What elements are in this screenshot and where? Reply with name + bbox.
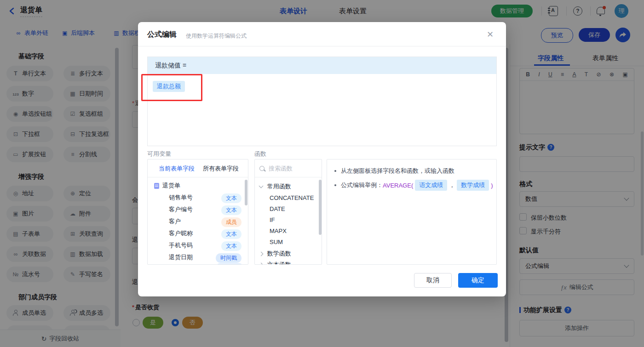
- cancel-button[interactable]: 取消: [414, 273, 452, 288]
- search-input[interactable]: [268, 165, 316, 172]
- function-group-text[interactable]: 文本函数: [259, 261, 291, 265]
- variables-scrollbar[interactable]: [245, 180, 247, 205]
- function-search: [255, 159, 322, 177]
- tree-root[interactable]: 退货单: [154, 181, 180, 191]
- chevron-collapsed-icon: [259, 252, 264, 256]
- bullet-icon: [334, 184, 336, 186]
- type-badge: 文本: [221, 193, 242, 203]
- functions-scrollbar[interactable]: [319, 180, 322, 235]
- type-badge: 文本: [221, 241, 242, 251]
- hint-line-2: 公式编辑举例： AVERAGE( 语文成绩 ， 数学成绩 ): [334, 180, 493, 191]
- close-icon[interactable]: ✕: [487, 30, 494, 39]
- variable-item[interactable]: 客户编号: [169, 205, 193, 215]
- confirm-button[interactable]: 确定: [458, 273, 498, 288]
- variable-item[interactable]: 手机号码: [169, 240, 193, 250]
- tab-current-form-fields[interactable]: 当前表单字段: [159, 165, 195, 173]
- example-field-tag: 数学成绩: [457, 180, 489, 191]
- type-badge: 文本: [221, 205, 242, 215]
- search-icon: [259, 166, 264, 171]
- modal-subtitle: 使用数学运算符编辑公式: [186, 32, 247, 40]
- formula-expression-box[interactable]: 退款储值 =: [147, 57, 497, 146]
- function-item[interactable]: SUM: [270, 239, 283, 245]
- example-field-tag: 语文成绩: [415, 180, 447, 191]
- variables-tabs: 当前表单字段 所有表单字段: [148, 159, 248, 177]
- variables-label: 可用变量: [147, 150, 171, 158]
- clipped-badge: [216, 263, 243, 265]
- type-badge: 时间戳: [216, 253, 242, 263]
- function-name-example: AVERAGE(: [383, 182, 413, 189]
- chevron-expanded-icon: [259, 184, 264, 188]
- variables-panel: 当前表单字段 所有表单字段 退货单 销售单号 文本 客户编号 文本 客户 成员 …: [147, 159, 248, 265]
- function-item[interactable]: CONCATENATE: [270, 194, 314, 201]
- variable-item[interactable]: 销售单号: [169, 193, 193, 203]
- bullet-icon: [334, 170, 336, 172]
- function-item[interactable]: IF: [270, 216, 275, 223]
- function-group-math[interactable]: 数学函数: [259, 250, 291, 258]
- formula-field-tag[interactable]: 退款总额: [153, 81, 185, 92]
- variable-item[interactable]: 客户昵称: [169, 228, 193, 239]
- formula-editor-modal: 公式编辑 使用数学运算符编辑公式 ✕ 退款储值 = 退款总额 可用变量 函数 当…: [138, 22, 506, 296]
- modal-title: 公式编辑: [147, 30, 177, 40]
- function-item[interactable]: DATE: [270, 205, 285, 212]
- function-group-common[interactable]: 常用函数: [259, 182, 291, 191]
- variable-item[interactable]: 退货日期: [169, 252, 193, 262]
- tab-all-form-fields[interactable]: 所有表单字段: [203, 165, 239, 173]
- app-root: 退货单 表单设计 表单设置 数据管理 理 表单外链 后端脚本 数据权限 预览 保…: [0, 0, 644, 347]
- hint-line-1: 从左侧面板选择字段名和函数，或输入函数: [334, 167, 454, 175]
- form-doc-icon: [154, 183, 159, 189]
- type-badge: 文本: [221, 229, 242, 239]
- functions-panel: 常用函数 CONCATENATE DATE IF MAPX SUM 数学函数 文…: [254, 159, 322, 265]
- chevron-collapsed-icon: [259, 263, 264, 265]
- functions-label: 函数: [254, 150, 266, 158]
- divider: [138, 46, 506, 46]
- formula-target: 退款储值 =: [148, 57, 496, 74]
- type-badge: 成员: [221, 217, 242, 227]
- function-item[interactable]: MAPX: [270, 228, 287, 234]
- hint-panel: 从左侧面板选择字段名和函数，或输入函数 公式编辑举例： AVERAGE( 语文成…: [327, 159, 497, 265]
- variable-item[interactable]: 客户: [169, 216, 181, 227]
